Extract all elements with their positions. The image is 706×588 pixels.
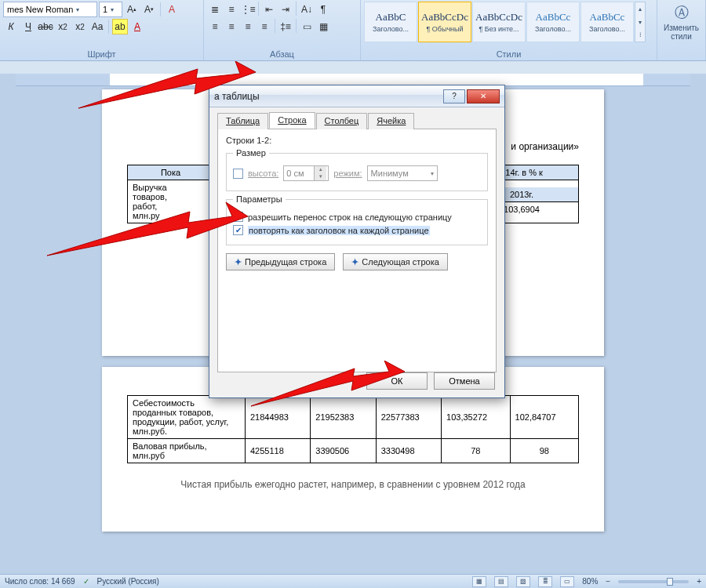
align-right-button[interactable]: ≡: [240, 19, 256, 34]
style-tile-nospacing[interactable]: AaBbCcDc¶ Без инте...: [472, 2, 526, 42]
multilevel-button[interactable]: ⋮≡: [240, 2, 256, 17]
tab-column[interactable]: Столбец: [316, 113, 368, 129]
mode-combo[interactable]: Минимум▾: [367, 165, 438, 181]
change-styles-icon: Ⓐ: [675, 3, 689, 22]
table-cell-value: 103,6904: [504, 205, 540, 214]
height-label: высота:: [248, 169, 278, 178]
height-spinner[interactable]: ▴▾: [283, 165, 329, 181]
height-checkbox[interactable]: [233, 169, 243, 179]
tab-row[interactable]: Строка: [269, 112, 315, 129]
numbering-button[interactable]: ≡: [224, 2, 239, 17]
ribbon-group-font: mes New Roman▾ 1▾ A▴ A▾ A К Ч abc x2 x2 …: [0, 0, 204, 60]
style-tile-heading3[interactable]: AaBbCcЗаголово...: [580, 2, 634, 42]
dialog-titlebar[interactable]: а таблицы ? ✕: [209, 85, 504, 107]
dialog-title: а таблицы: [214, 91, 260, 102]
zoom-value[interactable]: 80%: [582, 577, 598, 586]
ribbon-group-styles: AaBbCЗаголово... AaBbCcDc¶ Обычный AaBbC…: [361, 0, 657, 60]
align-center-button[interactable]: ≡: [224, 19, 239, 34]
tab-cell[interactable]: Ячейка: [368, 113, 414, 129]
style-tile-normal[interactable]: AaBbCcDc¶ Обычный: [418, 2, 471, 42]
change-styles-button[interactable]: Ⓐ Изменить стили: [661, 2, 702, 42]
prev-row-button[interactable]: ✦Предыдущая строка: [226, 253, 335, 270]
view-print-layout[interactable]: ▦: [472, 576, 486, 587]
change-case-button[interactable]: Aa: [89, 19, 105, 34]
italic-button[interactable]: К: [3, 19, 19, 34]
zoom-out-button[interactable]: −: [606, 577, 610, 586]
close-button[interactable]: ✕: [467, 89, 500, 103]
ribbon-group-edit-styles: Ⓐ Изменить стили: [657, 0, 706, 60]
view-web[interactable]: ▧: [516, 576, 530, 587]
repeat-header-checkbox[interactable]: ✔: [233, 225, 243, 235]
view-outline[interactable]: ≣: [538, 576, 552, 587]
zoom-in-button[interactable]: +: [697, 577, 701, 586]
shading-button[interactable]: ▭: [299, 19, 315, 34]
table-row: Себестоимость проданных товаров, продукц…: [128, 396, 579, 439]
params-fieldset: Параметры ✔ разрешить перенос строк на с…: [226, 194, 488, 245]
dialog-tabs: Таблица Строка Столбец Ячейка: [217, 112, 497, 129]
shrink-font-button[interactable]: A▾: [141, 2, 157, 17]
font-size-combo[interactable]: 1▾: [99, 2, 122, 17]
body-text: Чистая прибыль ежегодно растет, например…: [127, 479, 579, 490]
font-name-combo[interactable]: mes New Roman▾: [3, 2, 97, 17]
rows-range-label: Строки 1-2:: [226, 136, 488, 145]
font-color-button[interactable]: A: [129, 19, 145, 34]
clear-formatting-button[interactable]: A: [164, 2, 180, 17]
view-fullscreen[interactable]: ▤: [494, 576, 508, 587]
spellcheck-icon[interactable]: ✓: [83, 577, 89, 586]
zoom-slider[interactable]: [618, 580, 689, 583]
ribbon: mes New Roman▾ 1▾ A▴ A▾ A К Ч abc x2 x2 …: [0, 0, 706, 61]
bullets-button[interactable]: ≣: [207, 2, 223, 17]
status-bar: Число слов: 14 669 ✓ Русский (Россия) ▦ …: [0, 574, 706, 588]
style-tile-heading2[interactable]: AaBbCcЗаголово...: [526, 2, 580, 42]
line-spacing-button[interactable]: ‡≡: [278, 19, 293, 34]
language-indicator[interactable]: Русский (Россия): [97, 577, 159, 586]
next-row-button[interactable]: ✦Следующая строка: [343, 253, 448, 270]
allow-wrap-checkbox[interactable]: ✔: [233, 212, 243, 222]
decrease-indent-button[interactable]: ⇤: [261, 2, 277, 17]
highlight-button[interactable]: ab: [112, 19, 128, 34]
superscript-button[interactable]: x2: [72, 19, 88, 34]
subscript-button[interactable]: x2: [55, 19, 71, 34]
tab-pane-row: Строки 1-2: Размер высота: ▴▾ режим: Мин…: [217, 129, 497, 372]
paragraph-group-label: Абзац: [207, 48, 357, 60]
justify-button[interactable]: ≡: [257, 19, 272, 34]
sort-button[interactable]: A↓: [299, 2, 315, 17]
ok-button[interactable]: ОК: [366, 372, 428, 390]
view-draft[interactable]: ▭: [560, 576, 574, 587]
table-row: Валовая прибыль, млн.руб 4255118 3390506…: [128, 439, 579, 463]
allow-wrap-label: разрешить перенос строк на следующую стр…: [248, 212, 452, 222]
strike-button[interactable]: abc: [38, 19, 53, 34]
show-marks-button[interactable]: ¶: [315, 2, 331, 17]
font-group-label: Шрифт: [3, 48, 200, 60]
mode-label: режим:: [333, 169, 362, 178]
grow-font-button[interactable]: A▴: [124, 2, 140, 17]
word-count[interactable]: Число слов: 14 669: [5, 577, 75, 586]
repeat-header-label: повторять как заголовок на каждой страни…: [248, 226, 430, 235]
ribbon-group-paragraph: ≣ ≡ ⋮≡ ⇤ ⇥ A↓ ¶ ≡ ≡ ≡ ≡ ‡≡ ▭ ▦: [204, 0, 361, 60]
borders-button[interactable]: ▦: [315, 19, 331, 34]
style-gallery-scroll[interactable]: ▴▾⁞: [635, 2, 646, 42]
table-properties-dialog: а таблицы ? ✕ Таблица Строка Столбец Яче…: [209, 85, 505, 398]
table-header-indicator: Пока: [128, 165, 214, 180]
size-fieldset: Размер высота: ▴▾ режим: Минимум▾: [226, 148, 488, 191]
increase-indent-button[interactable]: ⇥: [278, 2, 293, 17]
table-row-label: Выручка товаров, работ, млн.ру: [128, 180, 214, 223]
help-button[interactable]: ?: [443, 89, 465, 103]
underline-button[interactable]: Ч: [20, 19, 36, 34]
style-gallery[interactable]: AaBbCЗаголово... AaBbCcDc¶ Обычный AaBbC…: [364, 2, 646, 42]
styles-group-label: Стили: [364, 48, 653, 60]
style-tile-heading1[interactable]: AaBbCЗаголово...: [364, 2, 417, 42]
cancel-button[interactable]: Отмена: [434, 372, 495, 390]
tab-table[interactable]: Таблица: [217, 113, 268, 129]
align-left-button[interactable]: ≡: [207, 19, 223, 34]
